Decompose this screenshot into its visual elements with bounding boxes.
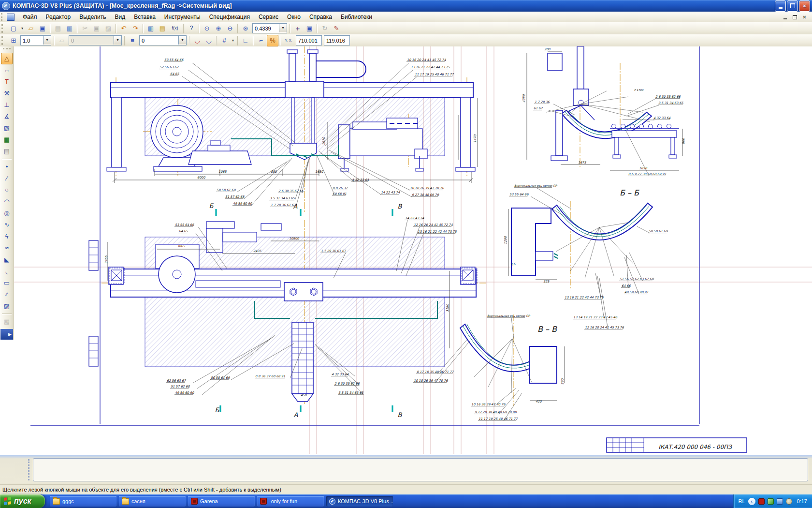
redo-icon[interactable]: ↷: [130, 23, 141, 34]
document-icon[interactable]: [7, 14, 14, 21]
hatch-icon[interactable]: ▨: [1, 300, 13, 312]
ortho-mode-icon[interactable]: ⌐: [255, 35, 267, 46]
drawing-svg[interactable]: Б – БВ – ВБАВБАВІКАТ.420 000 046 - 00ПЗВ…: [14, 46, 812, 455]
bezier-icon[interactable]: ≈: [1, 242, 13, 254]
menu-item-insert[interactable]: Вставка: [130, 13, 160, 21]
zoom-scale-icon[interactable]: ⊛: [240, 23, 251, 34]
task-button-garena[interactable]: Garena: [188, 496, 255, 507]
drawing-canvas[interactable]: Б – БВ – ВБАВБАВІКАТ.420 000 046 - 00ПЗВ…: [0, 46, 812, 455]
hatch-strokes-icon[interactable]: ∕∕: [1, 289, 13, 300]
rectangle-icon[interactable]: ▭: [1, 277, 13, 289]
clock[interactable]: 0:17: [797, 498, 807, 504]
menu-item-specification[interactable]: Спецификация: [205, 13, 254, 21]
chamfer-icon[interactable]: ◣: [1, 254, 13, 266]
point-icon[interactable]: •: [1, 161, 13, 173]
save-document-icon[interactable]: ▣: [37, 23, 48, 34]
menu-item-window[interactable]: Окно: [283, 13, 305, 21]
arc-icon[interactable]: ◠: [1, 196, 13, 208]
fillet-icon[interactable]: ◟: [1, 266, 13, 277]
zoom-out-icon[interactable]: ⊖: [224, 23, 236, 34]
pan-icon[interactable]: +: [292, 23, 304, 34]
open-document-icon[interactable]: ▱: [25, 23, 37, 34]
zoom-in-icon[interactable]: ⊕: [213, 23, 224, 34]
annotations-icon[interactable]: Т: [1, 76, 13, 88]
spec-panel-icon[interactable]: ▦: [1, 134, 13, 146]
property-bar-grip[interactable]: [28, 459, 31, 480]
volume-tray-icon[interactable]: [786, 498, 792, 505]
circle-icon[interactable]: ○: [1, 184, 13, 196]
layers-icon[interactable]: ≡: [127, 35, 138, 46]
coords-icon[interactable]: Y: X:: [282, 35, 295, 46]
zoom-area-icon[interactable]: ⊙: [201, 23, 213, 34]
measure-icon[interactable]: ∡: [1, 111, 13, 122]
variables-icon[interactable]: ▥: [145, 23, 157, 34]
library-manager-icon[interactable]: ▤: [157, 23, 168, 34]
snap-toggle-icon[interactable]: ◡: [203, 35, 215, 46]
selection-icon[interactable]: ▧: [1, 122, 13, 134]
close-button[interactable]: ×: [799, 0, 810, 12]
local-cs-icon[interactable]: ∟: [240, 35, 251, 46]
toolbar-grip[interactable]: [1, 36, 5, 45]
restore-button[interactable]: [787, 0, 798, 12]
dimensions-icon[interactable]: ↔: [1, 64, 13, 76]
start-button[interactable]: пуск: [0, 494, 45, 508]
menubar-grip[interactable]: [1, 13, 5, 21]
task-button-сэсня[interactable]: сэсня: [119, 496, 186, 507]
round-off-icon[interactable]: %: [267, 35, 278, 46]
cursor-step-icon[interactable]: ⊞: [8, 35, 19, 46]
task-button-компас-3d-v8-plus-[interactable]: КОМПАС-3D V8 Plus ...: [326, 496, 393, 507]
segment-icon[interactable]: ∕: [1, 173, 13, 184]
new-document-icon[interactable]: ▢: [8, 23, 19, 34]
mdi-restore-button[interactable]: [791, 14, 798, 20]
mdi-minimize-button[interactable]: [782, 14, 789, 20]
coord-y[interactable]: 119.016: [324, 38, 349, 44]
hide-icons-chevron[interactable]: ‹: [748, 498, 755, 505]
redraw-icon[interactable]: ✎: [331, 23, 342, 34]
ellipse-icon[interactable]: ◎: [1, 208, 13, 219]
menu-item-select[interactable]: Выделить: [75, 13, 110, 21]
snap-settings-icon[interactable]: ◡: [191, 35, 203, 46]
antivirus-tray-icon[interactable]: [768, 498, 774, 505]
panel-grip[interactable]: [3, 48, 11, 52]
layer-value[interactable]: 0: [140, 38, 178, 44]
parameterization-icon[interactable]: ⊥: [1, 99, 13, 111]
state-value[interactable]: 0: [69, 38, 114, 44]
menu-item-service[interactable]: Сервис: [254, 13, 283, 21]
menu-item-editor[interactable]: Редактор: [42, 13, 75, 21]
network-tray-icon[interactable]: [777, 498, 783, 505]
task-button-gggc[interactable]: gggc: [50, 496, 116, 507]
panel-expand-button[interactable]: ▶: [0, 329, 13, 340]
step-value[interactable]: 1.0: [21, 38, 43, 44]
zoom-value[interactable]: 0.4339: [253, 26, 279, 31]
zoom-value-dropdown[interactable]: ▾: [279, 24, 287, 32]
grid-icon[interactable]: #: [218, 35, 230, 46]
editing-icon[interactable]: ⚒: [1, 88, 13, 99]
menu-item-tools[interactable]: Инструменты: [160, 13, 205, 21]
property-bar-field[interactable]: [33, 458, 808, 481]
state-value-dropdown[interactable]: ▾: [114, 36, 121, 45]
fit-window-icon[interactable]: ▣: [304, 23, 315, 34]
new-caret-icon[interactable]: ▾: [19, 23, 25, 34]
undo-icon[interactable]: ↶: [118, 23, 130, 34]
garena-tray-icon[interactable]: [758, 498, 765, 505]
language-indicator[interactable]: RL: [739, 498, 745, 504]
coord-x[interactable]: 710.001: [296, 38, 321, 44]
mdi-close-button[interactable]: ✕: [801, 14, 808, 20]
polyline-icon[interactable]: ϟ: [1, 231, 13, 242]
menu-item-view[interactable]: Вид: [111, 13, 130, 21]
menu-item-libraries[interactable]: Библиотеки: [336, 13, 377, 21]
step-value-dropdown[interactable]: ▾: [43, 36, 51, 45]
minimize-button[interactable]: [775, 0, 786, 12]
menu-item-file[interactable]: Файл: [18, 13, 42, 21]
task-button--only-for-fun-[interactable]: -only for fun-: [257, 496, 324, 507]
fx-icon[interactable]: f(x): [168, 23, 182, 34]
context-help-icon[interactable]: ?: [186, 23, 197, 34]
print-preview-icon[interactable]: ▥: [64, 23, 75, 34]
toolbar-grip[interactable]: [1, 24, 5, 33]
reports-icon[interactable]: ▤: [1, 146, 13, 157]
geometry-icon[interactable]: △: [1, 53, 13, 64]
grid-caret-icon[interactable]: ▾: [230, 35, 236, 46]
layer-value-dropdown[interactable]: ▾: [178, 36, 186, 45]
menu-item-help[interactable]: Справка: [305, 13, 336, 21]
spline-icon[interactable]: ∿: [1, 219, 13, 231]
